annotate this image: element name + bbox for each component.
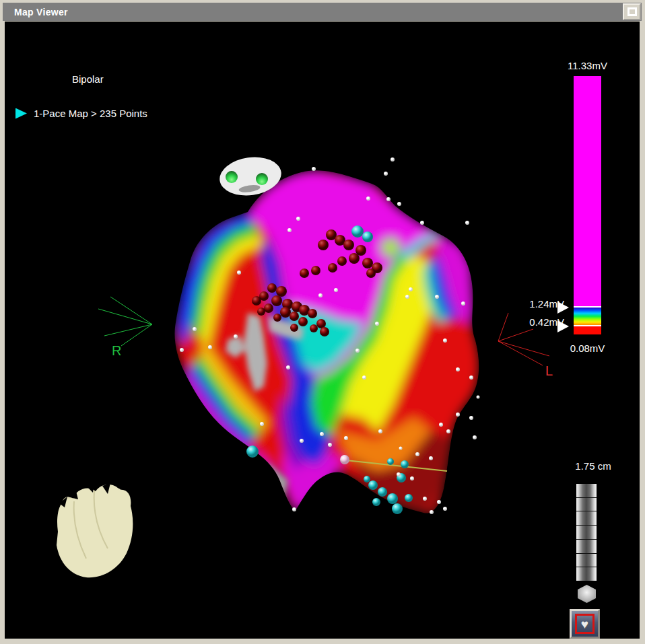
ablation-point[interactable] bbox=[362, 258, 373, 269]
location-point[interactable] bbox=[312, 167, 316, 171]
orientation-heart-model[interactable] bbox=[57, 482, 133, 577]
location-point[interactable] bbox=[443, 338, 447, 343]
cyan-point[interactable] bbox=[378, 487, 387, 497]
location-point[interactable] bbox=[456, 367, 460, 371]
cyan-point[interactable] bbox=[362, 231, 373, 242]
cyan-point[interactable] bbox=[246, 445, 259, 458]
heart-orientation-button[interactable]: ♥ bbox=[570, 609, 600, 639]
location-point[interactable] bbox=[193, 327, 197, 331]
ablation-point[interactable] bbox=[252, 296, 261, 306]
location-point[interactable] bbox=[328, 443, 332, 447]
location-point[interactable] bbox=[437, 500, 441, 504]
location-point[interactable] bbox=[237, 271, 241, 275]
location-point[interactable] bbox=[287, 228, 292, 232]
location-point[interactable] bbox=[292, 507, 296, 511]
location-point[interactable] bbox=[446, 429, 450, 433]
cyan-point[interactable] bbox=[387, 493, 398, 504]
ablation-point[interactable] bbox=[264, 303, 273, 313]
location-point[interactable] bbox=[399, 447, 403, 450]
cyan-point[interactable] bbox=[364, 476, 370, 482]
location-point[interactable] bbox=[405, 295, 409, 299]
maximize-button[interactable] bbox=[623, 3, 641, 20]
location-point[interactable] bbox=[300, 439, 304, 443]
cyan-point[interactable] bbox=[351, 225, 364, 238]
location-point[interactable] bbox=[260, 422, 264, 426]
location-point[interactable] bbox=[415, 452, 419, 456]
location-point[interactable] bbox=[477, 396, 480, 399]
ablation-point[interactable] bbox=[320, 327, 329, 336]
ablation-point[interactable] bbox=[337, 256, 347, 266]
upper-threshold-arrow[interactable] bbox=[557, 301, 569, 314]
map-canvas[interactable]: R L Bipolar bbox=[5, 22, 640, 639]
pink-point[interactable] bbox=[340, 455, 349, 464]
location-point[interactable] bbox=[435, 295, 439, 299]
location-point[interactable] bbox=[469, 375, 473, 380]
location-point[interactable] bbox=[420, 221, 424, 225]
window-titlebar[interactable]: Map Viewer bbox=[3, 3, 642, 21]
zoom-scale-ruler[interactable] bbox=[576, 484, 597, 581]
location-point[interactable] bbox=[180, 348, 184, 352]
location-point[interactable] bbox=[443, 507, 447, 511]
map-select-triangle-icon bbox=[15, 108, 27, 119]
map-name-row[interactable]: 1-Pace Map > 235 Points bbox=[15, 108, 147, 119]
location-point[interactable] bbox=[344, 436, 348, 440]
cyan-point[interactable] bbox=[387, 458, 394, 465]
ablation-point[interactable] bbox=[308, 309, 317, 318]
location-point[interactable] bbox=[318, 293, 322, 297]
ablation-point[interactable] bbox=[280, 307, 291, 318]
location-point[interactable] bbox=[384, 172, 388, 176]
location-point[interactable] bbox=[286, 365, 290, 369]
cyan-point[interactable] bbox=[401, 460, 409, 468]
location-point[interactable] bbox=[375, 322, 379, 326]
location-point[interactable] bbox=[429, 456, 433, 460]
location-point[interactable] bbox=[334, 288, 338, 292]
location-point[interactable] bbox=[430, 510, 434, 514]
location-point[interactable] bbox=[386, 197, 391, 201]
ablation-point[interactable] bbox=[273, 314, 281, 322]
location-point[interactable] bbox=[409, 287, 413, 291]
ablation-point[interactable] bbox=[298, 317, 308, 326]
lower-threshold-arrow[interactable] bbox=[557, 320, 569, 332]
location-point[interactable] bbox=[378, 429, 382, 433]
cyan-point[interactable] bbox=[405, 494, 413, 502]
voltage-map-surface[interactable] bbox=[175, 170, 479, 517]
cyan-point[interactable] bbox=[368, 480, 378, 490]
location-point[interactable] bbox=[362, 375, 366, 380]
location-point[interactable] bbox=[410, 476, 414, 480]
ablation-point[interactable] bbox=[310, 324, 318, 332]
ablation-point[interactable] bbox=[311, 266, 320, 275]
cyan-point[interactable] bbox=[392, 503, 403, 514]
location-point[interactable] bbox=[320, 432, 324, 436]
location-point[interactable] bbox=[397, 202, 401, 206]
ablation-point[interactable] bbox=[343, 240, 354, 250]
color-scale-bar[interactable] bbox=[574, 76, 601, 334]
ablation-point[interactable] bbox=[300, 269, 309, 278]
location-point[interactable] bbox=[208, 345, 212, 349]
ablation-point[interactable] bbox=[276, 286, 287, 297]
location-point[interactable] bbox=[465, 221, 469, 225]
ablation-point[interactable] bbox=[349, 253, 360, 264]
location-point[interactable] bbox=[469, 416, 473, 420]
location-point[interactable] bbox=[461, 301, 465, 306]
ablation-point[interactable] bbox=[318, 240, 329, 250]
ablation-point[interactable] bbox=[267, 283, 277, 293]
ablation-point[interactable] bbox=[328, 263, 337, 273]
location-point[interactable] bbox=[355, 349, 360, 353]
ablation-point[interactable] bbox=[257, 308, 265, 316]
ablation-point[interactable] bbox=[271, 295, 282, 306]
pink-point[interactable] bbox=[340, 455, 349, 464]
location-point[interactable] bbox=[397, 472, 401, 476]
cyan-point[interactable] bbox=[372, 498, 380, 506]
location-point[interactable] bbox=[423, 497, 427, 501]
ablation-point[interactable] bbox=[290, 324, 298, 332]
location-point[interactable] bbox=[439, 423, 443, 427]
ablation-point[interactable] bbox=[316, 319, 326, 328]
location-point[interactable] bbox=[234, 334, 238, 338]
ablation-point[interactable] bbox=[290, 312, 299, 321]
location-point[interactable] bbox=[456, 413, 460, 417]
ablation-point[interactable] bbox=[366, 269, 376, 278]
location-point[interactable] bbox=[296, 217, 300, 221]
location-point[interactable] bbox=[391, 157, 395, 162]
location-point[interactable] bbox=[473, 435, 477, 439]
location-point[interactable] bbox=[366, 196, 370, 201]
